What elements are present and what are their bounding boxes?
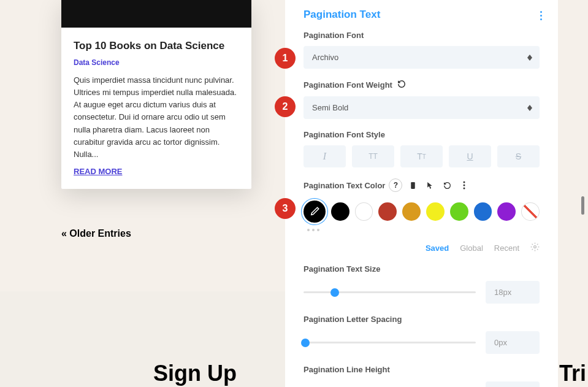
section-header[interactable]: Pagination Text [304,9,540,21]
color-swatch-none[interactable] [521,202,540,221]
signup-heading-suffix: Tri [559,361,586,386]
text-size-label: Pagination Text Size [304,264,540,274]
callout-2: 2 [275,96,296,117]
weight-value: Semi Bold [312,103,348,112]
color-swatch-yellow[interactable] [426,202,445,221]
more-icon[interactable] [457,178,471,192]
reset-icon[interactable] [397,80,406,90]
weight-label: Pagination Font Weight [304,80,540,90]
tab-global[interactable]: Global [460,243,483,253]
text-color-label: Pagination Text Color [304,181,385,190]
help-icon[interactable]: ? [389,178,402,192]
slider-thumb[interactable] [301,339,310,347]
text-color-label-row: Pagination Text Color ? [304,178,540,192]
font-label: Pagination Font [304,31,540,40]
font-style-buttons: I TT TT U S [304,145,540,167]
letter-spacing-label: Pagination Letter Spacing [304,315,540,324]
callout-1: 1 [275,48,296,69]
font-field: Pagination Font Archivo [304,31,540,69]
italic-button[interactable]: I [304,145,346,167]
color-swatch-orange[interactable] [402,202,421,221]
line-height-value[interactable]: 1.7em [486,381,540,387]
font-style-label: Pagination Font Style [304,130,540,139]
underline-button[interactable]: U [449,145,491,167]
letter-spacing-field: Pagination Letter Spacing 0px [304,315,540,354]
gear-icon[interactable] [530,242,540,253]
select-arrows-icon [527,55,532,61]
font-style-field: Pagination Font Style I TT TT U S [304,130,540,167]
font-select[interactable]: Archivo [304,46,540,69]
section-title: Pagination Text [304,9,380,20]
weight-field: Pagination Font Weight Semi Bold [304,80,540,119]
signup-section [0,291,285,387]
color-swatch-green[interactable] [450,202,468,221]
letter-spacing-value[interactable]: 0px [486,331,540,354]
text-size-slider[interactable] [304,291,476,293]
color-picker-swatch[interactable] [304,201,326,223]
more-colors-icon[interactable] [307,229,540,231]
device-icon[interactable] [406,178,419,192]
blog-card: Top 10 Books on Data Science Data Scienc… [61,0,251,189]
color-swatch-black[interactable] [331,202,349,221]
read-more-link[interactable]: READ MORE [74,167,122,176]
svg-rect-0 [411,182,415,189]
card-body: Top 10 Books on Data Science Data Scienc… [61,28,251,189]
text-size-value[interactable]: 18px [486,281,540,304]
hover-icon[interactable] [423,178,437,192]
callout-3: 3 [275,198,296,219]
older-entries-link[interactable]: « Older Entries [61,228,131,239]
letter-spacing-slider[interactable] [304,342,476,343]
text-color-field: Pagination Text Color ? [304,178,540,231]
preview-area: Top 10 Books on Data Science Data Scienc… [0,0,285,387]
settings-panel: Pagination Text Pagination Font Archivo … [285,0,558,387]
svg-point-1 [464,182,465,183]
color-swatch-blue[interactable] [474,202,492,221]
color-tabs: Saved Global Recent [304,242,540,253]
tab-recent[interactable]: Recent [494,243,519,253]
card-title: Top 10 Books on Data Science [74,40,239,52]
uppercase-button[interactable]: TT [352,145,394,167]
svg-point-2 [464,185,465,186]
card-image [61,0,251,28]
line-height-label: Pagination Line Height [304,365,540,374]
svg-point-3 [464,188,465,190]
tab-saved[interactable]: Saved [426,243,449,253]
color-swatch-white[interactable] [355,202,373,221]
strikethrough-button[interactable]: S [497,145,540,167]
font-value: Archivo [312,53,338,62]
reset-icon[interactable] [440,178,454,192]
smallcaps-button[interactable]: TT [400,145,443,167]
text-size-field: Pagination Text Size 18px [304,264,540,304]
weight-select[interactable]: Semi Bold [304,96,540,119]
slider-thumb[interactable] [330,288,339,297]
color-swatch-red[interactable] [378,202,397,221]
color-swatches [304,201,540,223]
signup-heading: Sign Up [153,361,237,386]
color-swatch-purple[interactable] [497,202,516,221]
panel-scrollbar[interactable] [581,196,584,215]
line-height-field: Pagination Line Height 1.7em [304,365,540,387]
card-category[interactable]: Data Science [74,58,239,67]
section-menu-icon[interactable] [540,11,542,20]
svg-point-4 [534,246,536,248]
card-excerpt: Quis imperdiet massa tincidunt nunc pulv… [74,74,239,161]
select-arrows-icon [527,105,532,111]
